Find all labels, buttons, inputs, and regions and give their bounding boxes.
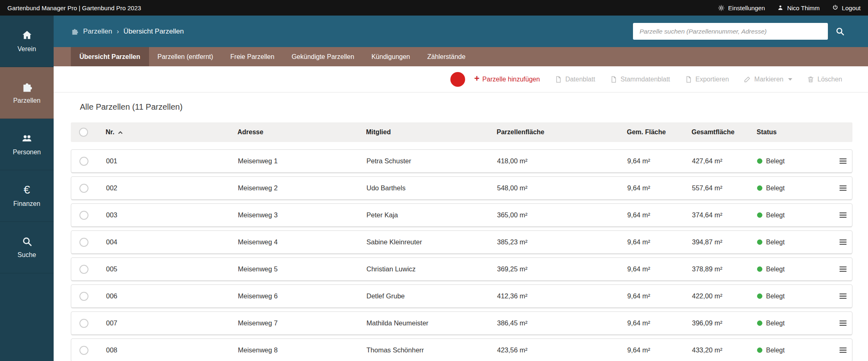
markieren-button[interactable]: Markieren: [741, 75, 794, 83]
cell-adresse: Meisenweg 5: [238, 265, 366, 273]
row-menu-icon[interactable]: [839, 185, 847, 192]
status-dot-icon: [757, 293, 762, 299]
logout-button[interactable]: Logout: [832, 5, 861, 11]
tab-3[interactable]: Freie Parzellen: [222, 47, 283, 66]
row-menu-icon[interactable]: [839, 158, 847, 165]
plus-icon: +: [474, 74, 479, 83]
cell-nr: 008: [97, 346, 238, 354]
stammdatenblatt-button[interactable]: Stammdatenblatt: [608, 75, 673, 84]
exportieren-button[interactable]: Exportieren: [683, 75, 732, 84]
status-dot-icon: [757, 185, 762, 191]
pencil-icon: [744, 76, 751, 83]
search-button[interactable]: [835, 27, 845, 36]
row-checkbox[interactable]: [79, 319, 88, 328]
status-badge: Belegt: [766, 293, 784, 300]
add-parcel-button[interactable]: + Parzelle hinzufügen: [472, 75, 542, 83]
row-menu-icon[interactable]: [839, 266, 847, 273]
page-header: Parzellen › Übersicht Parzellen: [54, 16, 868, 47]
cell-status: Belegt: [757, 347, 833, 354]
cell-mitglied: Petra Schuster: [366, 157, 497, 165]
cell-gem-flaeche: 9,64 m²: [627, 184, 692, 192]
cell-status: Belegt: [757, 212, 833, 219]
row-checkbox[interactable]: [79, 211, 88, 220]
table-row[interactable]: 005 Meisenweg 5 Christian Luwicz 369,25 …: [71, 257, 852, 281]
cell-nr: 004: [97, 238, 238, 246]
parcels-icon: [71, 27, 79, 35]
parcels-table: Nr. Adresse Mitglied Parz: [71, 122, 852, 361]
column-header-nr[interactable]: Nr.: [96, 129, 237, 136]
cell-gesamtflaeche: 396,09 m²: [692, 319, 757, 327]
loeschen-button[interactable]: Löschen: [805, 75, 845, 84]
tab-5[interactable]: Kündigungen: [363, 47, 418, 66]
cell-gesamtflaeche: 378,89 m²: [692, 265, 757, 273]
row-checkbox[interactable]: [79, 346, 88, 355]
cell-gesamtflaeche: 433,20 m²: [692, 346, 757, 354]
person-icon: [777, 5, 784, 11]
tab-1[interactable]: Übersicht Parzellen: [71, 47, 149, 66]
datenblatt-button[interactable]: Datenblatt: [552, 75, 598, 84]
cell-status: Belegt: [757, 266, 833, 273]
status-badge: Belegt: [766, 212, 784, 219]
tab-2[interactable]: Parzellen (entfernt): [149, 47, 222, 66]
cell-nr: 005: [97, 265, 238, 273]
row-checkbox[interactable]: [79, 265, 88, 274]
row-menu-icon[interactable]: [839, 293, 847, 300]
row-menu-icon[interactable]: [839, 239, 847, 246]
row-checkbox[interactable]: [79, 184, 88, 193]
row-checkbox[interactable]: [79, 292, 88, 301]
row-menu-icon[interactable]: [839, 212, 847, 219]
cell-parzellenflaeche: 412,36 m²: [497, 292, 627, 300]
table-row[interactable]: 007 Meisenweg 7 Mathilda Neumeister 386,…: [71, 311, 852, 335]
tab-4[interactable]: Gekündigte Parzellen: [283, 47, 363, 66]
cell-adresse: Meisenweg 6: [238, 292, 366, 300]
status-badge: Belegt: [766, 320, 784, 327]
breadcrumb-parent[interactable]: Parzellen: [83, 27, 112, 36]
status-badge: Belegt: [766, 347, 784, 354]
sidebar-item-finanzen[interactable]: € Finanzen: [0, 170, 54, 222]
settings-button[interactable]: Einstellungen: [718, 5, 765, 11]
sidebar-item-suche[interactable]: Suche: [0, 222, 54, 273]
column-header-adresse[interactable]: Adresse: [237, 129, 366, 136]
tab-bar: Übersicht ParzellenParzellen (entfernt)F…: [54, 47, 868, 66]
cell-parzellenflaeche: 548,00 m²: [497, 184, 627, 192]
cell-mitglied: Christian Luwicz: [366, 265, 497, 273]
cell-status: Belegt: [757, 185, 833, 192]
row-checkbox[interactable]: [79, 238, 88, 247]
row-menu-icon[interactable]: [839, 347, 847, 354]
row-menu-icon[interactable]: [839, 320, 847, 327]
tab-6[interactable]: Zählerstände: [418, 47, 474, 66]
cell-status: Belegt: [757, 320, 833, 327]
cell-gem-flaeche: 9,64 m²: [627, 292, 692, 300]
sidebar-item-parzellen[interactable]: Parzellen: [0, 67, 54, 119]
sidebar-item-personen[interactable]: Personen: [0, 119, 54, 170]
column-header-mitglied[interactable]: Mitglied: [366, 129, 497, 136]
cell-parzellenflaeche: 386,45 m²: [497, 319, 627, 327]
table-row[interactable]: 008 Meisenweg 8 Thomas Schönherr 423,56 …: [71, 338, 852, 361]
row-checkbox[interactable]: [79, 157, 88, 166]
cell-gem-flaeche: 9,64 m²: [627, 265, 692, 273]
sidebar-item-verein[interactable]: Verein: [0, 16, 54, 67]
search-icon: [22, 236, 32, 247]
user-menu[interactable]: Nico Thimm: [777, 5, 820, 11]
column-header-gesamtflaeche[interactable]: Gesamtfläche: [692, 129, 757, 136]
table-row[interactable]: 004 Meisenweg 4 Sabine Kleinreuter 385,2…: [71, 230, 852, 254]
table-row[interactable]: 006 Meisenweg 6 Detlef Grube 412,36 m² 9…: [71, 284, 852, 308]
topbar-actions: Einstellungen Nico Thimm Logout: [718, 5, 861, 11]
table-row[interactable]: 002 Meisenweg 2 Udo Barthels 548,00 m² 9…: [71, 176, 852, 200]
select-all-checkbox[interactable]: [79, 128, 88, 137]
column-header-parzellenflaeche[interactable]: Parzellenfläche: [497, 129, 627, 136]
euro-icon: €: [24, 184, 30, 196]
breadcrumb-current: Übersicht Parzellen: [124, 27, 184, 36]
search-input[interactable]: [633, 23, 828, 40]
table-row[interactable]: 003 Meisenweg 3 Peter Kaja 365,00 m² 9,6…: [71, 203, 852, 227]
breadcrumb-separator: ›: [117, 27, 119, 36]
column-header-status[interactable]: Status: [757, 129, 832, 136]
column-header-gem-flaeche[interactable]: Gem. Fläche: [627, 129, 692, 136]
trash-icon: [807, 75, 814, 83]
cell-gesamtflaeche: 557,64 m²: [692, 184, 757, 192]
cell-gem-flaeche: 9,64 m²: [627, 346, 692, 354]
status-badge: Belegt: [766, 266, 784, 273]
parcel-search: [633, 23, 845, 40]
cell-gem-flaeche: 9,64 m²: [627, 319, 692, 327]
table-row[interactable]: 001 Meisenweg 1 Petra Schuster 418,00 m²…: [71, 149, 852, 173]
